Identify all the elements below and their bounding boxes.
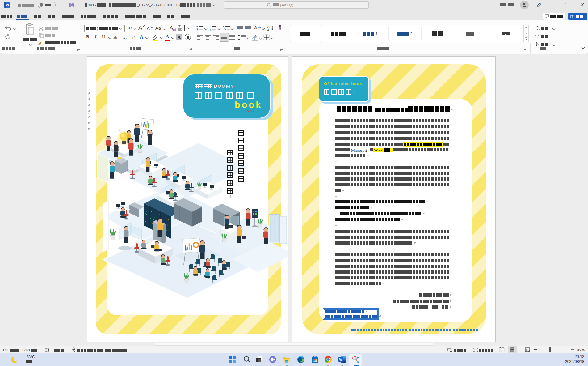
svg-text:3: 3 bbox=[210, 29, 211, 31]
svg-text:W: W bbox=[339, 358, 343, 361]
svg-text:b: b bbox=[535, 34, 536, 37]
svg-text:c: c bbox=[537, 36, 538, 39]
